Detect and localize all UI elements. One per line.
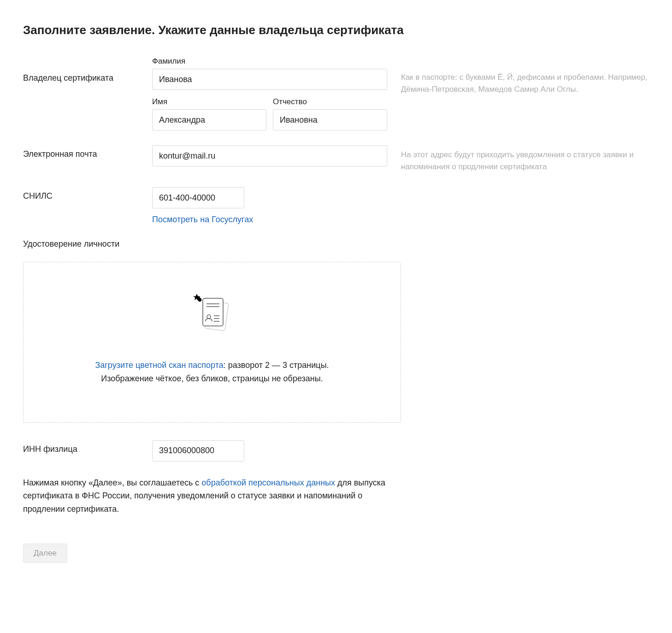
owner-hint: Как в паспорте: с буквами Ё, Й, дефисами… [387, 57, 649, 95]
inn-input[interactable] [152, 440, 244, 461]
dropzone-text: Загрузите цветной скан паспорта: разворо… [42, 359, 382, 385]
snils-input[interactable] [152, 187, 244, 208]
patronymic-label: Отчество [273, 97, 387, 106]
upload-line2: Изображение чёткое, без бликов, страницы… [101, 374, 323, 383]
surname-label: Фамилия [152, 57, 387, 66]
svg-rect-1 [203, 298, 223, 326]
page-title: Заполните заявление. Укажите данные влад… [23, 23, 649, 37]
upload-tail: : разворот 2 — 3 страницы. [224, 361, 329, 370]
document-icon [190, 292, 234, 338]
passport-dropzone[interactable]: Загрузите цветной скан паспорта: разворо… [23, 262, 401, 423]
name-input[interactable] [152, 109, 266, 130]
consent-link[interactable]: обработкой персональных данных [201, 478, 335, 487]
consent-part1: Нажимая кнопку «Далее», вы соглашаетесь … [23, 478, 201, 487]
consent-text: Нажимая кнопку «Далее», вы соглашаетесь … [23, 476, 401, 516]
identity-section-title: Удостоверение личности [23, 239, 649, 249]
inn-label: ИНН физлица [23, 440, 152, 454]
snils-row: СНИЛС Посмотреть на Госуслугах [23, 187, 649, 225]
snils-label: СНИЛС [23, 187, 152, 201]
gosuslugi-link[interactable]: Посмотреть на Госуслугах [152, 215, 253, 225]
inn-row: ИНН физлица [23, 440, 649, 461]
email-label: Электронная почта [23, 145, 152, 159]
patronymic-input[interactable] [273, 109, 387, 130]
email-row: Электронная почта На этот адрес будут пр… [23, 145, 649, 172]
owner-label: Владелец сертификата [23, 57, 152, 83]
email-input[interactable] [152, 145, 387, 166]
name-label: Имя [152, 97, 266, 106]
email-hint: На этот адрес будут приходить уведомлени… [387, 145, 649, 172]
upload-link[interactable]: Загрузите цветной скан паспорта [95, 361, 223, 370]
next-button[interactable]: Далее [23, 544, 67, 563]
surname-input[interactable] [152, 69, 387, 90]
owner-row: Владелец сертификата Фамилия Имя Отчеств… [23, 57, 649, 130]
